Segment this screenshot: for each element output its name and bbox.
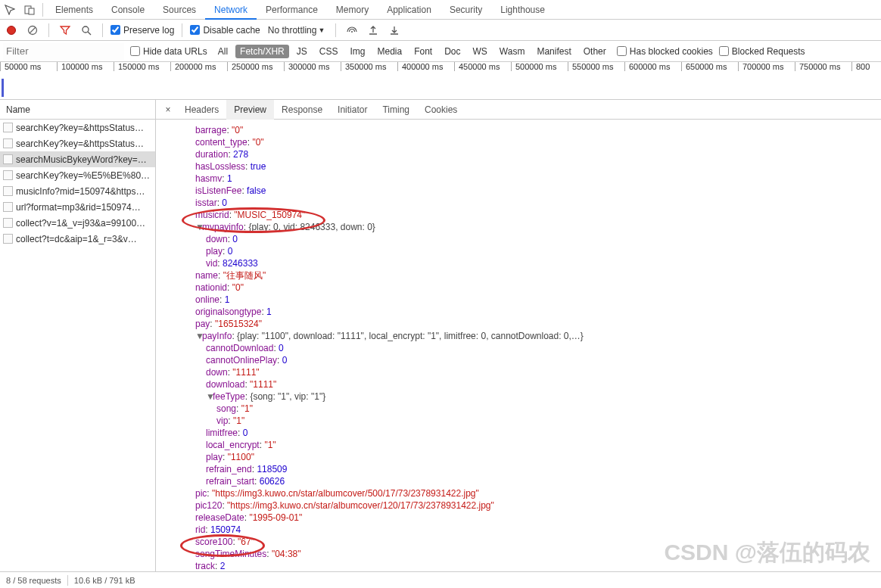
json-row[interactable]: song: "1"	[162, 403, 875, 415]
json-row[interactable]: musicrid: "MUSIC_150974"	[162, 209, 875, 221]
json-row[interactable]: vip: "1"	[162, 415, 875, 427]
detail-panel: × Headers Preview Response Initiator Tim…	[156, 100, 881, 571]
type-media[interactable]: Media	[372, 45, 406, 58]
json-row[interactable]: cannotOnlinePlay: 0	[162, 354, 875, 366]
json-row[interactable]: refrain_end: 118509	[162, 463, 875, 475]
json-row[interactable]: online: 1	[162, 294, 875, 306]
json-row[interactable]: score100: "67"	[162, 536, 875, 548]
type-img[interactable]: Img	[345, 45, 369, 58]
column-name-header[interactable]: Name	[0, 100, 155, 120]
type-js[interactable]: JS	[292, 45, 312, 58]
request-row[interactable]: collect?v=1&_v=j93&a=99100…	[0, 215, 155, 231]
request-row[interactable]: searchKey?key=%E5%BE%80…	[0, 167, 155, 183]
throttling-select[interactable]: No throttling ▼	[265, 25, 328, 36]
json-row[interactable]: play: "1100"	[162, 451, 875, 463]
json-row[interactable]: down: "1111"	[162, 366, 875, 378]
timeline[interactable]: 50000 ms 100000 ms 150000 ms 200000 ms 2…	[0, 62, 881, 100]
rtab-initiator[interactable]: Initiator	[330, 100, 375, 120]
network-conditions-icon[interactable]	[344, 22, 360, 39]
svg-line-5	[88, 32, 91, 35]
json-row[interactable]: local_encrypt: "1"	[162, 439, 875, 451]
timeline-tick: 700000 ms	[738, 62, 795, 99]
json-row[interactable]: hasmv: 1	[162, 173, 875, 185]
rtab-headers[interactable]: Headers	[177, 100, 226, 120]
rtab-response[interactable]: Response	[274, 100, 330, 120]
filter-icon[interactable]	[57, 22, 73, 39]
blocked-requests-checkbox[interactable]: Blocked Requests	[719, 46, 805, 57]
filter-input[interactable]	[3, 43, 124, 60]
json-row[interactable]: ▼mvpayinfo: {play: 0, vid: 8246333, down…	[162, 221, 875, 233]
type-doc[interactable]: Doc	[440, 45, 465, 58]
preserve-log-checkbox[interactable]: Preserve log	[111, 25, 174, 36]
preview-pane[interactable]: barrage: "0" content_type: "0" duration:…	[156, 120, 881, 571]
json-row[interactable]: duration: 278	[162, 148, 875, 160]
request-row[interactable]: searchKey?key=&httpsStatus…	[0, 135, 155, 151]
timeline-tick: 600000 ms	[624, 62, 681, 99]
json-row[interactable]: nationid: "0"	[162, 282, 875, 294]
tab-sources[interactable]: Sources	[154, 0, 205, 20]
status-requests: 8 / 58 requests	[6, 572, 61, 589]
import-icon[interactable]	[365, 22, 381, 39]
json-row[interactable]: barrage: "0"	[162, 124, 875, 136]
file-icon	[3, 123, 13, 132]
json-row[interactable]: limitfree: 0	[162, 427, 875, 439]
json-row[interactable]: name: "往事随风"	[162, 269, 875, 282]
json-row[interactable]: cannotDownload: 0	[162, 342, 875, 354]
json-row[interactable]: originalsongtype: 1	[162, 306, 875, 318]
request-row[interactable]: url?format=mp3&rid=150974…	[0, 199, 155, 215]
json-row[interactable]: content_type: "0"	[162, 136, 875, 148]
json-row[interactable]: ▼payInfo: {play: "1100", download: "1111…	[162, 330, 875, 342]
json-row[interactable]: isstar: 0	[162, 197, 875, 209]
type-wasm[interactable]: Wasm	[495, 45, 530, 58]
search-icon[interactable]	[78, 22, 95, 39]
tab-lighthouse[interactable]: Lighthouse	[491, 0, 554, 20]
json-row[interactable]: pic: "https://img3.kuwo.cn/star/albumcov…	[162, 487, 875, 499]
json-row[interactable]: ▼feeType: {song: "1", vip: "1"}	[162, 390, 875, 403]
request-row[interactable]: musicInfo?mid=150974&https…	[0, 183, 155, 199]
tab-memory[interactable]: Memory	[327, 0, 378, 20]
json-row[interactable]: songTimeMinutes: "04:38"	[162, 548, 875, 560]
rtab-cookies[interactable]: Cookies	[417, 100, 465, 120]
rtab-preview[interactable]: Preview	[226, 100, 274, 120]
json-row[interactable]: down: 0	[162, 233, 875, 245]
blocked-cookies-checkbox[interactable]: Has blocked cookies	[617, 46, 713, 57]
json-row[interactable]: play: 0	[162, 245, 875, 257]
toggle-device-icon[interactable]	[20, 0, 39, 20]
json-row[interactable]: pay: "16515324"	[162, 318, 875, 330]
json-row[interactable]: releaseDate: "1995-09-01"	[162, 512, 875, 524]
file-icon	[3, 234, 13, 244]
clear-icon[interactable]	[24, 22, 41, 39]
tab-security[interactable]: Security	[440, 0, 491, 20]
type-manifest[interactable]: Manifest	[532, 45, 575, 58]
close-icon[interactable]: ×	[159, 104, 177, 115]
request-row[interactable]: collect?t=dc&aip=1&_r=3&v…	[0, 231, 155, 247]
type-font[interactable]: Font	[409, 45, 437, 58]
type-css[interactable]: CSS	[315, 45, 343, 58]
record-icon[interactable]	[3, 22, 20, 39]
tab-network[interactable]: Network	[205, 0, 257, 20]
json-row[interactable]: track: 2	[162, 560, 875, 571]
json-row[interactable]: pic120: "https://img3.kuwo.cn/star/album…	[162, 499, 875, 512]
tab-application[interactable]: Application	[378, 0, 440, 20]
type-fetch-xhr[interactable]: Fetch/XHR	[235, 45, 289, 58]
type-other[interactable]: Other	[579, 45, 611, 58]
type-ws[interactable]: WS	[469, 45, 492, 58]
json-row[interactable]: isListenFee: false	[162, 185, 875, 197]
request-row[interactable]: searchKey?key=&httpsStatus…	[0, 120, 155, 135]
disable-cache-checkbox[interactable]: Disable cache	[190, 25, 260, 36]
tab-performance[interactable]: Performance	[257, 0, 327, 20]
json-row[interactable]: refrain_start: 60626	[162, 475, 875, 487]
tab-console[interactable]: Console	[102, 0, 154, 20]
request-row[interactable]: searchMusicBykeyWord?key=…	[0, 151, 155, 167]
export-icon[interactable]	[386, 22, 403, 39]
json-row[interactable]: download: "1111"	[162, 378, 875, 390]
inspect-element-icon[interactable]	[0, 0, 20, 20]
json-row[interactable]: hasLossless: true	[162, 160, 875, 173]
json-row[interactable]: rid: 150974	[162, 524, 875, 536]
hide-data-urls-checkbox[interactable]: Hide data URLs	[130, 46, 207, 57]
tab-elements[interactable]: Elements	[46, 0, 102, 20]
rtab-timing[interactable]: Timing	[375, 100, 417, 120]
json-row[interactable]: vid: 8246333	[162, 257, 875, 269]
type-all[interactable]: All	[213, 45, 232, 58]
timeline-tick: 800	[851, 62, 881, 99]
